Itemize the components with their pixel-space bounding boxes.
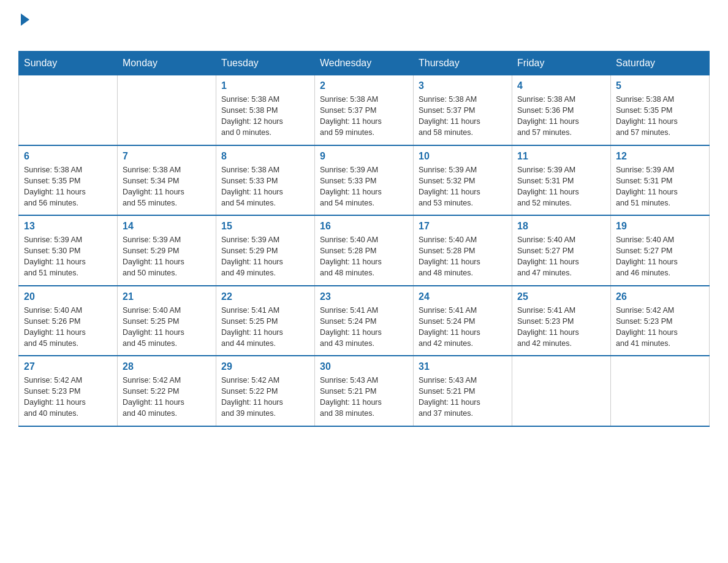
calendar-cell: 25Sunrise: 5:41 AM Sunset: 5:23 PM Dayli… — [512, 286, 611, 356]
day-info: Sunrise: 5:40 AM Sunset: 5:28 PM Dayligh… — [320, 234, 408, 279]
day-info: Sunrise: 5:40 AM Sunset: 5:27 PM Dayligh… — [616, 234, 704, 279]
day-number: 16 — [320, 221, 408, 232]
calendar-cell: 12Sunrise: 5:39 AM Sunset: 5:31 PM Dayli… — [611, 145, 710, 216]
day-info: Sunrise: 5:38 AM Sunset: 5:37 PM Dayligh… — [419, 94, 507, 139]
calendar-cell: 28Sunrise: 5:42 AM Sunset: 5:22 PM Dayli… — [118, 356, 216, 426]
calendar-cell: 6Sunrise: 5:38 AM Sunset: 5:35 PM Daylig… — [19, 145, 118, 216]
day-info: Sunrise: 5:39 AM Sunset: 5:32 PM Dayligh… — [419, 164, 507, 209]
day-number: 21 — [123, 291, 211, 302]
day-info: Sunrise: 5:42 AM Sunset: 5:23 PM Dayligh… — [616, 305, 704, 350]
calendar-cell — [19, 75, 118, 145]
day-number: 28 — [123, 361, 211, 372]
logo — [18, 12, 29, 45]
day-number: 11 — [517, 151, 605, 162]
day-info: Sunrise: 5:40 AM Sunset: 5:28 PM Dayligh… — [419, 234, 507, 279]
calendar-cell: 24Sunrise: 5:41 AM Sunset: 5:24 PM Dayli… — [414, 286, 512, 356]
calendar-cell: 10Sunrise: 5:39 AM Sunset: 5:32 PM Dayli… — [414, 145, 512, 216]
calendar-cell: 4Sunrise: 5:38 AM Sunset: 5:36 PM Daylig… — [512, 75, 611, 145]
day-info: Sunrise: 5:40 AM Sunset: 5:25 PM Dayligh… — [123, 305, 211, 350]
calendar-cell: 20Sunrise: 5:40 AM Sunset: 5:26 PM Dayli… — [19, 286, 118, 356]
day-number: 29 — [221, 361, 309, 372]
calendar-cell: 30Sunrise: 5:43 AM Sunset: 5:21 PM Dayli… — [315, 356, 414, 426]
day-number: 10 — [419, 151, 507, 162]
calendar-cell: 15Sunrise: 5:39 AM Sunset: 5:29 PM Dayli… — [216, 215, 315, 286]
calendar-week-row: 1Sunrise: 5:38 AM Sunset: 5:38 PM Daylig… — [19, 75, 710, 145]
calendar-week-row: 27Sunrise: 5:42 AM Sunset: 5:23 PM Dayli… — [19, 356, 710, 426]
day-number: 9 — [320, 151, 408, 162]
calendar-cell: 31Sunrise: 5:43 AM Sunset: 5:21 PM Dayli… — [414, 356, 512, 426]
day-info: Sunrise: 5:39 AM Sunset: 5:33 PM Dayligh… — [320, 164, 408, 209]
calendar-cell: 8Sunrise: 5:38 AM Sunset: 5:33 PM Daylig… — [216, 145, 315, 216]
column-header-friday: Friday — [512, 52, 611, 75]
day-info: Sunrise: 5:42 AM Sunset: 5:22 PM Dayligh… — [123, 375, 211, 419]
calendar-cell: 18Sunrise: 5:40 AM Sunset: 5:27 PM Dayli… — [512, 215, 611, 286]
day-number: 15 — [221, 221, 309, 232]
column-header-saturday: Saturday — [611, 52, 710, 75]
logo-arrow-icon — [21, 13, 29, 26]
calendar-cell: 11Sunrise: 5:39 AM Sunset: 5:31 PM Dayli… — [512, 145, 611, 216]
day-info: Sunrise: 5:38 AM Sunset: 5:36 PM Dayligh… — [517, 94, 605, 139]
calendar-cell: 27Sunrise: 5:42 AM Sunset: 5:23 PM Dayli… — [19, 356, 118, 426]
day-number: 5 — [616, 80, 704, 91]
column-header-wednesday: Wednesday — [315, 52, 414, 75]
day-info: Sunrise: 5:43 AM Sunset: 5:21 PM Dayligh… — [419, 375, 507, 419]
day-info: Sunrise: 5:41 AM Sunset: 5:23 PM Dayligh… — [517, 305, 605, 350]
calendar-week-row: 20Sunrise: 5:40 AM Sunset: 5:26 PM Dayli… — [19, 286, 710, 356]
calendar-cell: 5Sunrise: 5:38 AM Sunset: 5:35 PM Daylig… — [611, 75, 710, 145]
day-info: Sunrise: 5:43 AM Sunset: 5:21 PM Dayligh… — [320, 375, 408, 419]
day-info: Sunrise: 5:38 AM Sunset: 5:33 PM Dayligh… — [221, 164, 309, 209]
day-number: 19 — [616, 221, 704, 232]
calendar-week-row: 13Sunrise: 5:39 AM Sunset: 5:30 PM Dayli… — [19, 215, 710, 286]
day-number: 18 — [517, 221, 605, 232]
column-header-tuesday: Tuesday — [216, 52, 315, 75]
day-number: 23 — [320, 291, 408, 302]
day-info: Sunrise: 5:42 AM Sunset: 5:23 PM Dayligh… — [24, 375, 112, 419]
column-header-monday: Monday — [118, 52, 216, 75]
day-info: Sunrise: 5:38 AM Sunset: 5:37 PM Dayligh… — [320, 94, 408, 139]
calendar-cell: 23Sunrise: 5:41 AM Sunset: 5:24 PM Dayli… — [315, 286, 414, 356]
calendar-table: SundayMondayTuesdayWednesdayThursdayFrid… — [18, 51, 710, 427]
calendar-cell: 17Sunrise: 5:40 AM Sunset: 5:28 PM Dayli… — [414, 215, 512, 286]
page-header — [18, 12, 710, 45]
day-number: 20 — [24, 291, 112, 302]
day-info: Sunrise: 5:38 AM Sunset: 5:35 PM Dayligh… — [24, 164, 112, 209]
day-number: 17 — [419, 221, 507, 232]
day-number: 13 — [24, 221, 112, 232]
day-info: Sunrise: 5:41 AM Sunset: 5:25 PM Dayligh… — [221, 305, 309, 350]
calendar-week-row: 6Sunrise: 5:38 AM Sunset: 5:35 PM Daylig… — [19, 145, 710, 216]
day-info: Sunrise: 5:38 AM Sunset: 5:34 PM Dayligh… — [123, 164, 211, 209]
calendar-cell: 19Sunrise: 5:40 AM Sunset: 5:27 PM Dayli… — [611, 215, 710, 286]
day-number: 3 — [419, 80, 507, 91]
day-info: Sunrise: 5:39 AM Sunset: 5:29 PM Dayligh… — [123, 234, 211, 279]
day-number: 1 — [221, 80, 309, 91]
day-number: 2 — [320, 80, 408, 91]
day-number: 31 — [419, 361, 507, 372]
calendar-cell: 1Sunrise: 5:38 AM Sunset: 5:38 PM Daylig… — [216, 75, 315, 145]
day-number: 8 — [221, 151, 309, 162]
day-number: 27 — [24, 361, 112, 372]
day-info: Sunrise: 5:38 AM Sunset: 5:38 PM Dayligh… — [221, 94, 309, 139]
calendar-cell: 22Sunrise: 5:41 AM Sunset: 5:25 PM Dayli… — [216, 286, 315, 356]
calendar-cell: 9Sunrise: 5:39 AM Sunset: 5:33 PM Daylig… — [315, 145, 414, 216]
day-number: 30 — [320, 361, 408, 372]
day-info: Sunrise: 5:39 AM Sunset: 5:31 PM Dayligh… — [517, 164, 605, 209]
day-info: Sunrise: 5:42 AM Sunset: 5:22 PM Dayligh… — [221, 375, 309, 419]
day-number: 25 — [517, 291, 605, 302]
day-number: 14 — [123, 221, 211, 232]
day-info: Sunrise: 5:38 AM Sunset: 5:35 PM Dayligh… — [616, 94, 704, 139]
day-info: Sunrise: 5:39 AM Sunset: 5:31 PM Dayligh… — [616, 164, 704, 209]
day-info: Sunrise: 5:39 AM Sunset: 5:29 PM Dayligh… — [221, 234, 309, 279]
day-info: Sunrise: 5:40 AM Sunset: 5:26 PM Dayligh… — [24, 305, 112, 350]
calendar-cell: 21Sunrise: 5:40 AM Sunset: 5:25 PM Dayli… — [118, 286, 216, 356]
calendar-cell — [118, 75, 216, 145]
calendar-cell: 13Sunrise: 5:39 AM Sunset: 5:30 PM Dayli… — [19, 215, 118, 286]
calendar-cell: 14Sunrise: 5:39 AM Sunset: 5:29 PM Dayli… — [118, 215, 216, 286]
day-info: Sunrise: 5:41 AM Sunset: 5:24 PM Dayligh… — [419, 305, 507, 350]
calendar-cell: 16Sunrise: 5:40 AM Sunset: 5:28 PM Dayli… — [315, 215, 414, 286]
calendar-header-row: SundayMondayTuesdayWednesdayThursdayFrid… — [19, 52, 710, 75]
day-number: 12 — [616, 151, 704, 162]
day-number: 22 — [221, 291, 309, 302]
day-number: 6 — [24, 151, 112, 162]
day-number: 4 — [517, 80, 605, 91]
calendar-cell: 3Sunrise: 5:38 AM Sunset: 5:37 PM Daylig… — [414, 75, 512, 145]
